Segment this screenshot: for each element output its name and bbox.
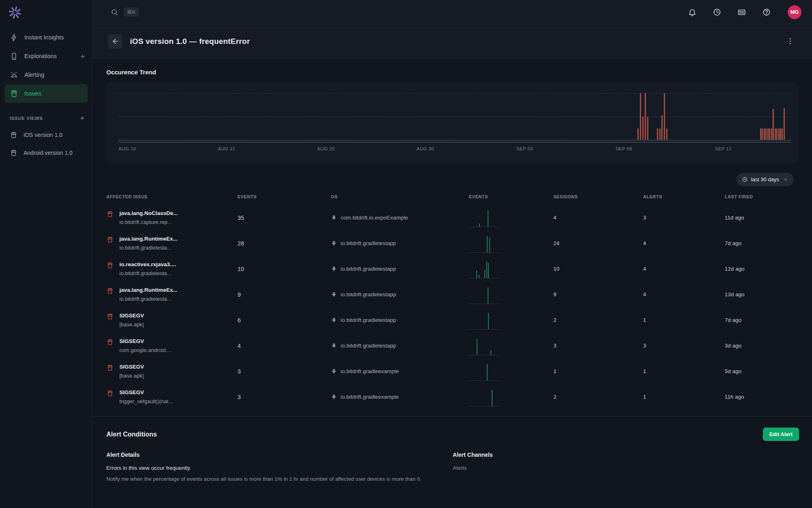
table-row[interactable]: SIGSEGV [base.apk] 3 io.bitdrift.gradlee… [106,358,799,384]
os-app-id: io.bitdrift.gradletestapp [341,317,396,323]
events-count: 3 [238,394,331,400]
table-row[interactable]: SIGSEGV [base.apk] 6 io.bitdrift.gradlet… [106,307,799,333]
android-icon [331,343,337,349]
sparkline-bar [488,263,489,278]
events-count: 3 [238,368,331,375]
alerts-count: 4 [643,291,725,297]
issue-views-list: iOS version 1.0 Android version 1.0 [0,126,92,162]
chart-bar [645,93,646,140]
os-app-id: io.bitdrift.gradletestapp [341,291,396,297]
events-sparkline [469,388,499,406]
changelog-card-icon[interactable] [737,8,746,17]
chart-bar [773,109,774,140]
alert-channel-value: Alerts [453,465,799,471]
notifications-bell-icon[interactable] [688,8,697,17]
page-title: iOS version 1.0 — frequentError [130,37,250,46]
sparkline-bar [484,270,485,278]
os-cell: io.bitdrift.gradletestapp [331,266,469,272]
table-row[interactable]: io.reactivex.rxjava3.... io.bitdrift.gra… [106,256,799,282]
x-axis-label: SEP 03 [516,146,533,151]
issue-view-android-version-1-0[interactable]: Android version 1.0 [0,144,92,162]
avatar[interactable]: MG [788,5,801,19]
sparkline-bar [477,339,477,355]
sessions-count: 3 [553,343,643,349]
alert-details-column: Alert Details Errors in this view occur … [106,452,453,484]
sidebar-item-issues[interactable]: Issues [4,84,88,103]
events-sparkline [469,362,499,381]
lightning-icon [10,33,18,42]
time-range-dropdown[interactable]: last 30 days [736,173,794,186]
issue-subtitle: [base.apk] [119,373,144,379]
sparkline-bar [486,262,487,278]
issue-title: SIGSEGV [119,338,172,344]
issue-title: io.reactivex.rxjava3.... [119,261,176,267]
last-fired: 3d ago [725,343,799,349]
edit-alert-button[interactable]: Edit Alert [763,428,799,441]
issue-subtitle: io.bitdrift.gradletesta... [119,270,176,276]
chart-bar [784,108,785,140]
issue-views-label: ISSUE VIEWS [10,116,43,121]
table-row[interactable]: SIGSEGV trigger_sefgault()(nat... 3 io.b… [106,384,799,410]
chart-x-ticks: AUG 16AUG 21AUG 25AUG 30SEP 03SEP 08SEP … [119,146,791,153]
sidebar-item-explorations[interactable]: Explorations + [0,47,92,65]
chart-bar [767,128,769,140]
events-sparkline [469,285,499,304]
last-fired: 12d ago [725,266,799,272]
chart-bar [769,128,770,140]
chart-bar [780,128,781,140]
x-axis-label: SEP 08 [615,146,632,151]
os-app-id: io.bitdrift.gradletestapp [341,266,396,272]
archive-icon [106,313,114,320]
os-cell: io.bitdrift.gradleexample [331,394,469,400]
issue-view-ios-version-1-0[interactable]: iOS version 1.0 [0,126,92,144]
chevron-down-icon [782,176,788,182]
last-fired: 11h ago [725,394,799,400]
chart-bar [664,93,665,140]
chart-bar [661,115,663,140]
events-count: 28 [238,240,331,247]
sparkline-bar [479,224,480,227]
add-issue-view-icon[interactable]: + [80,114,85,122]
back-button[interactable] [108,34,123,49]
nav-label: Issues [24,90,41,97]
table-row[interactable]: java.lang.RuntimeEx... io.bitdrift.gradl… [106,230,799,256]
bitdrift-logo-icon[interactable] [9,6,22,19]
sidebar-item-instant-insights[interactable]: Instant Insights [0,28,92,47]
sidebar-item-alerting[interactable]: Alerting [0,65,92,84]
column-header: ALERTS [643,194,725,199]
search-button[interactable]: ⌘K [110,7,139,17]
x-axis-label: AUG 30 [417,146,434,151]
alert-conditions-title: Alert Conditions [106,431,157,438]
topbar-actions: MG [688,5,801,19]
chart-bar [764,128,765,140]
events-sparkline [469,234,499,253]
chart-title: Occurence Trend [106,69,799,76]
chart-bar [657,128,658,140]
history-clock-icon[interactable] [713,8,721,17]
events-sparkline [469,336,499,355]
sessions-count: 1 [553,368,643,374]
chart-bar [765,128,767,140]
more-options-kebab-icon[interactable] [788,37,793,46]
archive-icon [10,131,17,139]
add-icon[interactable]: + [80,52,85,60]
events-sparkline [469,311,499,330]
sessions-count: 24 [553,240,643,246]
affected-issue-cell: SIGSEGV com.google.android.... [106,338,238,353]
sparkline-bar [490,350,491,355]
table-row[interactable]: java.lang.RuntimeEx... io.bitdrift.gradl… [106,282,799,307]
table-row[interactable]: java.lang.NoClassDe... io.bitdrift.captu… [106,205,799,230]
table-row[interactable]: SIGSEGV com.google.android.... 4 io.bitd… [106,333,799,358]
chart-x-axis [119,142,791,143]
app-root: Instant Insights Explorations + Alerting… [0,0,812,508]
android-icon [331,266,337,272]
chart-baseline [119,140,791,141]
android-icon [331,394,337,400]
sessions-count: 2 [553,394,643,400]
alerts-count: 1 [643,394,725,400]
issue-title: SIGSEGV [119,313,144,319]
help-icon[interactable] [762,8,771,17]
issue-title: SIGSEGV [119,389,173,395]
archive-icon [10,89,18,98]
android-icon [331,368,337,374]
